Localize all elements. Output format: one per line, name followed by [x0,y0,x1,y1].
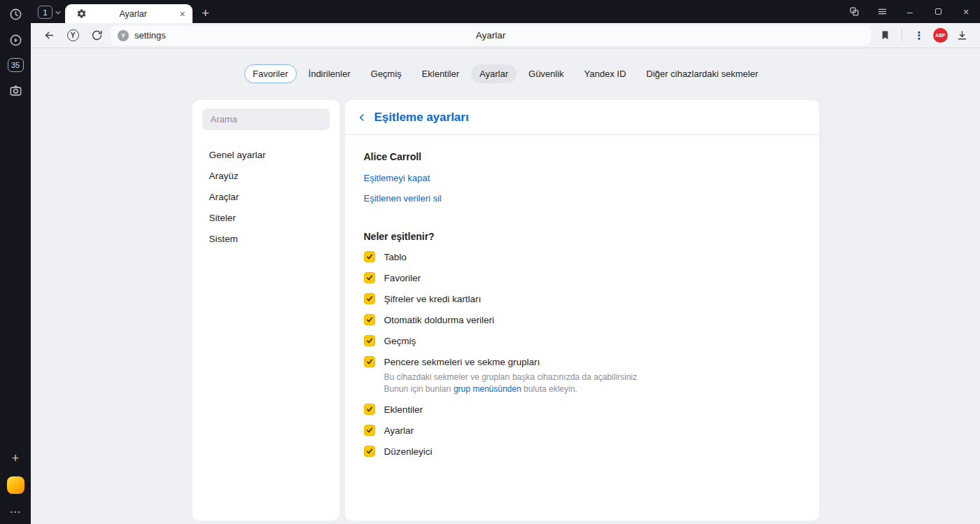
play-circle-icon[interactable] [8,32,23,48]
checkbox-label: Tablo [384,251,407,263]
settings-page: Favoriler İndirilenler Geçmiş Eklentiler… [31,48,980,524]
gear-icon [76,8,87,19]
checkbox-label: Eklentiler [384,404,424,416]
checkbox-label: Favoriler [384,272,421,284]
window-controls: – × [840,0,980,23]
group-menu-link[interactable]: grup menüsünden [454,384,522,394]
refresh-button[interactable] [87,26,106,45]
sync-option-row: Geçmiş [364,335,800,347]
back-chevron-icon[interactable] [357,113,367,122]
nav-tab-favoriler[interactable]: Favoriler [244,64,297,83]
side-rail: 35 + ⋯ [0,0,31,524]
toolbar: Y Y settings Ayarlar ⋮ ABP [31,23,980,48]
nav-tab-ayarlar[interactable]: Ayarlar [471,64,517,83]
checkbox-eklentiler[interactable] [364,404,375,415]
close-window-button[interactable]: × [952,0,980,23]
rail-bottom-icons: + ⋯ [7,452,24,518]
nav-tab-eklentiler[interactable]: Eklentiler [414,64,468,83]
screenshot-camera-icon[interactable] [8,83,23,98]
new-tab-button[interactable]: + [202,6,209,20]
yandex-search-button[interactable]: Y [63,26,83,45]
account-name: Alice Carroll [364,151,800,162]
description-line2-before: Bunun için bunları [384,384,454,394]
search-input[interactable] [202,108,330,130]
sync-option-row: Tablo [364,251,800,263]
checkbox-label: Geçmiş [384,335,416,347]
nav-tab-gecmis[interactable]: Geçmiş [363,64,410,83]
side-panels-icon[interactable] [840,0,868,23]
tab-strip: 1 Ayarlar × + – [31,0,980,23]
tab-title: Ayarlar [93,9,173,19]
sync-option-row: Düzenleyici [364,446,800,458]
checkbox-gecmis[interactable] [364,335,375,346]
more-options-icon[interactable]: ⋯ [10,506,22,518]
checkbox-duzenleyici[interactable] [364,446,375,457]
sync-settings-card: Eşitleme ayarları Alice Carroll Eşitleme… [345,100,819,521]
main-column: 1 Ayarlar × + – [31,0,980,524]
nav-tab-yandex-id[interactable]: Yandex ID [576,64,635,83]
add-panel-icon[interactable]: + [12,452,20,465]
sync-option-row: Pencere sekmeleri ve sekme grupları Bu c… [364,356,800,395]
settings-layout: Genel ayarlar Arayüz Araçlar Siteler Sis… [31,100,980,521]
panel-body: Alice Carroll Eşitlemeyi kapat Eşitlenen… [345,135,819,472]
downloads-icon[interactable] [952,26,972,45]
delete-synced-data-link[interactable]: Eşitlenen verileri sil [364,194,442,203]
tab-list-button[interactable]: 1 [38,6,62,19]
omnibox-page-title: Ayarlar [111,30,871,41]
yandex-logo[interactable] [7,476,24,494]
site-favicon: Y [118,30,129,41]
checkbox-tablo[interactable] [364,251,375,262]
description-line1: Bu cihazdaki sekmeler ve grupları başka … [384,372,638,382]
checkbox-sifreler[interactable] [364,293,375,304]
settings-menu: Genel ayarlar Arayüz Araçlar Siteler Sis… [202,144,330,249]
address-bar[interactable]: Y settings Ayarlar [111,26,871,45]
history-clock-icon[interactable] [8,6,23,22]
sync-option-row: Eklentiler [364,404,800,416]
settings-top-nav: Favoriler İndirilenler Geçmiş Eklentiler… [31,64,980,83]
tab-count: 1 [38,6,52,19]
maximize-button[interactable] [924,0,952,23]
minimize-button[interactable]: – [896,0,924,23]
sidebar-item-sistem[interactable]: Sistem [202,228,330,249]
browser-window: 35 + ⋯ 1 Ayarlar [0,0,980,524]
address-text: settings [134,30,166,41]
more-vertical-icon[interactable]: ⋮ [909,26,929,45]
checkbox-label: Otomatik doldurma verileri [384,314,495,326]
settings-sidebar-card: Genel ayarlar Arayüz Araçlar Siteler Sis… [192,100,340,521]
disable-sync-link[interactable]: Eşitlemeyi kapat [364,174,430,183]
chevron-down-icon [54,8,62,17]
tab-count-badge[interactable]: 35 [8,58,24,72]
maximize-icon [935,8,941,15]
checkbox-otomatik-doldurma[interactable] [364,314,375,325]
checkbox-pencere-sekmeleri[interactable] [364,356,375,367]
abp-extension-badge[interactable]: ABP [933,28,948,43]
bookmark-icon[interactable] [875,26,895,45]
sidebar-item-genel-ayarlar[interactable]: Genel ayarlar [202,144,330,165]
nav-tab-diger-cihazlar[interactable]: Diğer cihazlardaki sekmeler [638,64,766,83]
nav-tab-indirilenler[interactable]: İndirilenler [300,64,359,83]
sync-option-row: Favoriler [364,272,800,284]
sidebar-item-siteler[interactable]: Siteler [202,207,330,228]
sidebar-item-araclar[interactable]: Araçlar [202,186,330,207]
checkbox-label: Şifreler ve kredi kartları [384,293,482,305]
checkbox-label: Düzenleyici [384,446,433,458]
checkbox-label: Ayarlar [384,425,414,437]
close-tab-icon[interactable]: × [179,8,186,19]
back-button[interactable] [39,26,59,45]
checkbox-label: Pencere sekmeleri ve sekme grupları [384,356,638,368]
browser-tab-active[interactable]: Ayarlar × [65,4,192,23]
toolbar-divider [902,29,902,42]
checkbox-label-group: Pencere sekmeleri ve sekme grupları Bu c… [384,356,638,395]
section-title: Neler eşitlenir? [364,231,800,242]
menu-hamburger-icon[interactable] [868,0,896,23]
page-title: Eşitleme ayarları [374,111,469,125]
checkbox-ayarlar[interactable] [364,425,375,436]
description-line2-after: buluta ekleyin. [522,384,578,394]
sidebar-item-arayuz[interactable]: Arayüz [202,165,330,186]
rail-top-icons: 35 [8,6,24,98]
nav-tab-guvenlik[interactable]: Güvenlik [520,64,573,83]
panel-header: Eşitleme ayarları [345,100,819,135]
sync-option-row: Ayarlar [364,425,800,437]
yandex-y-icon: Y [67,29,79,41]
checkbox-favoriler[interactable] [364,272,375,283]
